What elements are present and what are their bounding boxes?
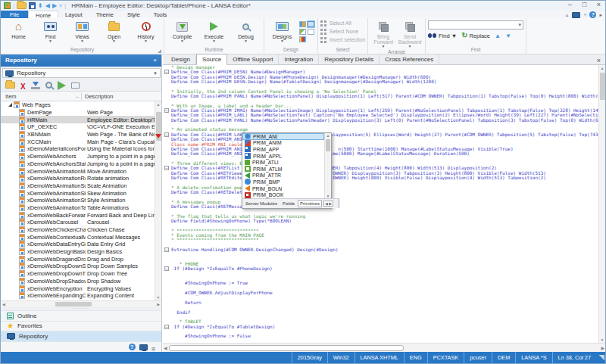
scroll-thumb[interactable] [169, 345, 404, 351]
quick-save-icon[interactable] [29, 2, 36, 9]
quick-open-icon[interactable] [17, 2, 27, 9]
debug-button[interactable]: Debug▼ [230, 19, 261, 43]
tab-layout[interactable]: Layout [58, 11, 89, 18]
tree-item-xdemowebanimationscale[interactable]: xDemoWebAnimationScaleScale Animation [1, 182, 161, 190]
tree-item-dempage[interactable]: DemPageWeb Page [1, 109, 161, 117]
widg-mini-icon[interactable] [299, 29, 306, 35]
column-description[interactable]: Description [82, 93, 114, 100]
editor-hscrollbar[interactable]: ◀ ▶ [163, 343, 605, 352]
editor-tab-repository-details[interactable]: Repository Details [319, 54, 380, 64]
open-button[interactable]: Open▼ [98, 19, 130, 43]
tree-item-xdemowebdropdownsam-[interactable]: xDemoWebDropDownSam...Drop Down Samples [1, 263, 161, 270]
tree-item-xdemowebanimationskew[interactable]: xDemoWebAnimationSkewSkew Animation [1, 189, 161, 197]
help-icon[interactable] [129, 344, 136, 350]
quick-back-icon[interactable]: ◀ [45, 2, 50, 9]
tree-item-xdemowebcarousel[interactable]: xDemoWebCarouselCarousel [1, 219, 161, 226]
bring-forward-button[interactable]: Bring Forward▼ [370, 19, 396, 48]
scroll-up-icon[interactable]: ▲ [325, 133, 331, 138]
tree-item-xdemowebcontextualmess-[interactable]: xDemoWebContextualMess...Contextual Mess… [1, 233, 161, 241]
scroll-left-icon[interactable]: ◀ [164, 345, 167, 350]
collapse-box-icon[interactable]: – [164, 132, 169, 137]
select-none-button[interactable]: Select None [320, 27, 365, 36]
tree-item-xdemowebdesignbasics[interactable]: xDemoWebDesignBasicsDesign Basics [1, 248, 161, 256]
tree-root-web-pages[interactable]: Web Pages [1, 101, 161, 109]
tree-item-xbnmain[interactable]: XBNMainWeb Page - The Bank of North S [1, 131, 161, 138]
autocomplete-item-prim-attr[interactable]: PRIM_ATTR [242, 173, 324, 179]
tab-tools[interactable]: Tools [147, 11, 174, 18]
quick-forward-icon[interactable]: ▶ [52, 2, 57, 9]
delete-icon[interactable] [20, 79, 26, 92]
monitor-icon[interactable] [139, 344, 148, 350]
panel-close-icon[interactable]: × [153, 54, 157, 67]
tree-item-xdemowebdraganddrop[interactable]: xDemoWebDragandDropDrag and Drop [1, 255, 161, 263]
collapse-box-icon[interactable]: – [164, 108, 169, 113]
autocomplete-item-prim-book[interactable]: PRIM_BOOK [242, 191, 324, 198]
scroll-right-icon[interactable]: ▶ [601, 345, 604, 350]
autocomplete-spinner[interactable]: ◀ ▶ [323, 201, 333, 207]
designs-button[interactable]: Designs▼ [267, 19, 298, 43]
tree-item-hrmain[interactable]: HRMainEmployee Editor: Desktop/Table [1, 116, 161, 123]
tab-theme[interactable]: Theme [89, 11, 120, 18]
invert-selection-button[interactable]: Invert selection [320, 36, 365, 44]
find-previous-icon[interactable]: ▲ [495, 33, 501, 39]
panel-tab-repository[interactable]: Repository [1, 331, 161, 341]
select-all-button[interactable]: Select All [320, 19, 365, 27]
help-icon[interactable] [589, 11, 596, 18]
quick-checkin-icon[interactable]: ⬍ [38, 2, 43, 9]
send-backward-button[interactable]: Send Backward▼ [397, 19, 423, 48]
collapse-box-icon[interactable]: – [164, 70, 169, 74]
minimize-button[interactable]: – [564, 1, 576, 9]
collapse-box-icon[interactable]: – [164, 247, 169, 252]
tree-item-xdemowebanimationmov-[interactable]: xDemoWebAnimationMov...Move Animation [1, 167, 161, 175]
tree-item-xdemowebdropshadow[interactable]: xDemoWebDropShadowDrop Shadow [1, 278, 161, 285]
autocomplete-tab-fields[interactable]: Fields [280, 200, 297, 207]
autocomplete-item-prim-anim[interactable]: PRIM_ANIM [242, 140, 324, 147]
search-icon[interactable] [45, 82, 52, 89]
autocomplete-item-prim-appl[interactable]: PRIM_APPL [242, 153, 324, 160]
find-button[interactable]: Find▼ [35, 19, 66, 43]
find-button[interactable]: Find▼ [428, 33, 457, 39]
collapse-box-icon[interactable]: – [164, 166, 169, 170]
replace-button[interactable]: Replace [461, 32, 490, 39]
tree-item-xdemowebdataentrygrid[interactable]: xDemoWebDataEntryGridData Entry Grid [1, 241, 161, 248]
tab-file[interactable]: File [1, 11, 28, 18]
history-button[interactable]: History▼ [130, 19, 161, 43]
autocomplete-item-prim-atli[interactable]: PRIM_ATLI [242, 159, 324, 166]
tree-item-xdemowebencryption[interactable]: xDemoWebEncryptionEncrypting Values [1, 285, 161, 292]
autocomplete-item-prim-atlm[interactable]: PRIM_ATLM [242, 166, 324, 173]
collapse-box-icon[interactable]: – [164, 266, 169, 271]
overflow-icon[interactable] [599, 11, 602, 18]
autocomplete-tab-primitives[interactable]: Primitives [298, 200, 322, 207]
tree-item-xdemowebanimationrotate[interactable]: xDemoWebAnimationRotateRotate animation [1, 175, 161, 182]
editor-tab-source[interactable]: Source [196, 54, 227, 65]
autocomplete-item-prim-bmp[interactable]: PRIM_BMP [242, 179, 324, 185]
tree-item-xdemowebanimationtable[interactable]: xDemoWebAnimationTableTable Animations [1, 204, 161, 212]
grid-mini-icon[interactable] [299, 21, 306, 27]
execute-button[interactable]: Execute▼ [198, 19, 230, 43]
editor-tab-design[interactable]: Design [166, 54, 196, 64]
home-button[interactable]: Home [3, 19, 34, 39]
tree-item-xdemowebanimationstyles[interactable]: xDemoWebAnimationStylesStyle Animation [1, 197, 161, 204]
editor-vscrollbar[interactable]: ▲ ▼ [598, 65, 605, 343]
scroll-down-icon[interactable]: ▼ [155, 295, 161, 300]
connection-dropdown-icon[interactable]: ▾ [583, 11, 586, 18]
autocomplete-scrollbar[interactable]: ▲ ▼ [324, 133, 331, 198]
tree-item-xdemowebbackforward[interactable]: xDemoWebBackForwardForward Back and Deep… [1, 211, 161, 219]
panel-mini-icon[interactable] [308, 29, 314, 35]
find-next-icon[interactable]: ▼ [505, 33, 511, 39]
tree-item-xdemowebdropdowntree[interactable]: xDemoWebDropDownTreeDrop Down Tree [1, 270, 161, 278]
options-icon[interactable] [71, 82, 80, 89]
find-search-input[interactable]: ▼ [428, 20, 523, 30]
dialog-launcher-icon[interactable] [158, 49, 161, 53]
repository-vscrollbar[interactable]: ▲ ▼ [155, 101, 161, 300]
open-icon[interactable] [5, 82, 15, 89]
panel-tab-outline[interactable]: Outline [1, 310, 161, 321]
code-editor[interactable]: * Design manager–Define_Com Class(#PRIM_… [163, 65, 598, 343]
scroll-thumb[interactable] [326, 139, 330, 151]
close-button[interactable]: × [592, 1, 605, 9]
scroll-thumb[interactable] [600, 73, 605, 100]
scroll-up-icon[interactable]: ▲ [155, 102, 161, 107]
close-document-icon[interactable]: × [597, 57, 605, 64]
editor-tab-offline-support[interactable]: Offline Support [227, 54, 279, 64]
tree-item-xdemowebanchorsstatich-[interactable]: xDemoWebAnchorsStaticH...Jumping to a po… [1, 160, 161, 168]
